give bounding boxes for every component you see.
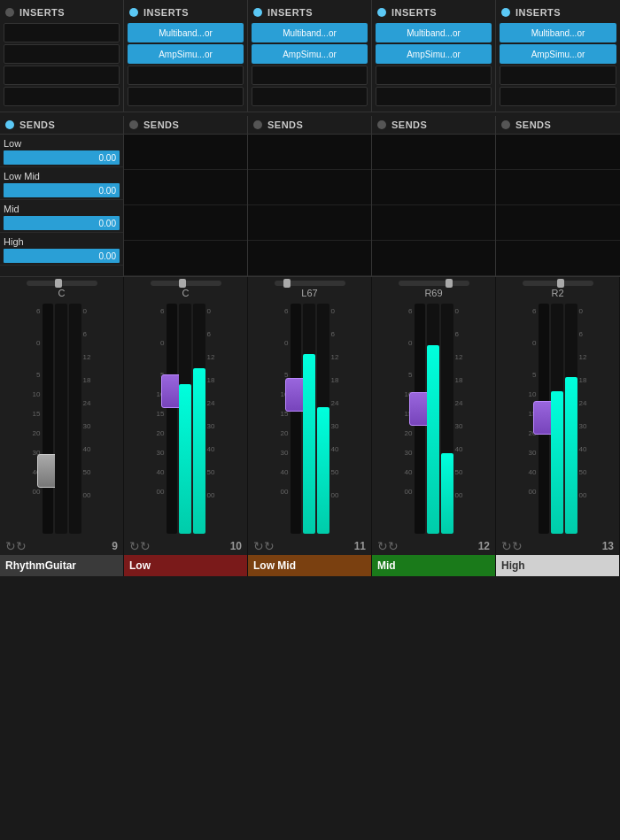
scale-mark-r: 00	[579, 492, 593, 499]
insert-label-2: INSERTS	[267, 7, 313, 18]
sends-header-4: SENDS	[496, 116, 620, 135]
insert-slot-3-3	[376, 87, 492, 106]
scale-left-11: 605101520304000	[275, 304, 289, 534]
channel-names-row: RhythmGuitarLowLow MidMidHigh	[0, 555, 620, 576]
scale-mark-r: 12	[331, 354, 345, 361]
loop-icon-10[interactable]: ↻↻	[129, 539, 151, 553]
send-empty-slot-2-1	[248, 170, 371, 205]
scale-mark: 30	[151, 450, 165, 457]
loop-icon-13[interactable]: ↻↻	[501, 539, 523, 553]
pan-area-10[interactable]: C	[126, 281, 245, 298]
insert-slot-0-0	[4, 23, 120, 42]
sends-dot-2	[253, 120, 262, 129]
scale-mark: 30	[275, 450, 289, 457]
send-empty-slot-4-2	[496, 205, 620, 241]
fader-track-10[interactable]	[167, 304, 177, 534]
pan-area-9[interactable]: C	[2, 281, 121, 298]
insert-dot-2	[253, 8, 262, 17]
pan-track-13[interactable]	[523, 281, 593, 286]
inserts-grid: INSERTSINSERTSMultiband...orAmpSimu...or…	[0, 0, 620, 112]
scale-right-12: 0612182430405000	[455, 304, 469, 534]
scale-mark-r: 6	[331, 331, 345, 338]
vu-bar-10-0	[179, 304, 191, 534]
insert-dot-4	[501, 8, 510, 17]
top-section: INSERTSINSERTSMultiband...orAmpSimu...or…	[0, 0, 620, 277]
pan-area-12[interactable]: R69	[374, 281, 493, 298]
insert-col-4: INSERTSMultiband...orAmpSimu...or	[496, 0, 620, 112]
insert-slot-1-1[interactable]: AmpSimu...or	[128, 44, 244, 64]
fader-track-11[interactable]	[291, 304, 301, 534]
channel-strip-12: R696051015203040000612182430405000↻↻12	[372, 277, 496, 555]
sends-label-1: SENDS	[143, 119, 179, 130]
scale-mark-r: 6	[83, 331, 97, 338]
scale-mark: 00	[27, 489, 41, 496]
insert-col-3: INSERTSMultiband...orAmpSimu...or	[372, 0, 496, 112]
scale-mark-r: 24	[83, 400, 97, 407]
scale-mark-r: 24	[207, 400, 221, 407]
insert-header-0: INSERTS	[4, 4, 120, 21]
send-bus-item-1[interactable]: Low Mid0.00	[0, 167, 123, 200]
insert-slot-3-1[interactable]: AmpSimu...or	[376, 44, 492, 64]
insert-slot-3-0[interactable]: Multiband...or	[376, 23, 492, 42]
pan-label-12: R69	[424, 288, 442, 298]
scale-left-10: 605101520304000	[151, 304, 165, 534]
insert-slot-4-0[interactable]: Multiband...or	[500, 23, 616, 42]
send-bus-value-0[interactable]: 0.00	[4, 150, 120, 165]
send-bus-value-3[interactable]: 0.00	[4, 249, 120, 263]
scale-mark: 15	[275, 411, 289, 418]
scale-mark-r: 12	[207, 354, 221, 361]
pan-area-13[interactable]: R2	[498, 281, 617, 298]
scale-mark-r: 24	[455, 400, 469, 407]
insert-slot-1-0[interactable]: Multiband...or	[128, 23, 244, 42]
fader-track-12[interactable]	[415, 304, 425, 534]
insert-slot-2-0[interactable]: Multiband...or	[252, 23, 368, 42]
channel-strip-13: R26051015203040000612182430405000↻↻13	[496, 277, 620, 555]
scale-mark-r: 00	[455, 492, 469, 499]
vu-pair-10	[179, 304, 205, 534]
scale-mark: 15	[27, 411, 41, 418]
fader-area-9: 6051015203040000612182430405000	[2, 304, 121, 534]
send-bus-value-2[interactable]: 0.00	[4, 216, 120, 230]
fader-track-13[interactable]	[539, 304, 549, 534]
send-empty-slot-3-0	[372, 135, 495, 170]
scale-right-13: 0612182430405000	[579, 304, 593, 534]
loop-icon-9[interactable]: ↻↻	[5, 539, 27, 553]
scale-mark: 00	[151, 489, 165, 496]
scale-mark-r: 40	[207, 446, 221, 453]
loop-icon-12[interactable]: ↻↻	[377, 539, 399, 553]
pan-track-11[interactable]	[275, 281, 345, 286]
vu-bar-13-1	[565, 304, 577, 534]
insert-slot-3-2	[376, 66, 492, 85]
scale-mark: 6	[399, 308, 413, 315]
insert-slot-2-1[interactable]: AmpSimu...or	[252, 44, 368, 64]
fader-track-9[interactable]	[43, 304, 53, 534]
channels-row: C6051015203040000612182430405000↻↻9C6051…	[0, 277, 620, 555]
channel-name-bar-9: RhythmGuitar	[0, 555, 124, 576]
send-empty-slot-3-3	[372, 241, 495, 276]
scale-mark-r: 18	[331, 377, 345, 384]
send-bus-item-3[interactable]: High0.00	[0, 233, 123, 266]
pan-track-9[interactable]	[27, 281, 97, 286]
send-bus-name-2: Mid	[4, 202, 120, 216]
loop-icon-11[interactable]: ↻↻	[253, 539, 275, 553]
pan-area-11[interactable]: L67	[250, 281, 369, 298]
scale-mark: 5	[523, 372, 537, 379]
insert-col-2: INSERTSMultiband...orAmpSimu...or	[248, 0, 372, 112]
scale-mark-r: 18	[455, 377, 469, 384]
send-bus-item-2[interactable]: Mid0.00	[0, 200, 123, 233]
insert-label-4: INSERTS	[515, 7, 561, 18]
pan-track-12[interactable]	[399, 281, 469, 286]
insert-label-0: INSERTS	[19, 7, 65, 18]
pan-label-9: C	[58, 288, 66, 298]
send-bus-value-1[interactable]: 0.00	[4, 183, 120, 197]
insert-slot-4-1[interactable]: AmpSimu...or	[500, 44, 616, 64]
scale-mark-r: 18	[83, 377, 97, 384]
fader-area-12: 6051015203040000612182430405000	[374, 304, 493, 534]
pan-track-10[interactable]	[151, 281, 221, 286]
scale-mark: 5	[27, 372, 41, 379]
send-bus-item-0[interactable]: Low0.00	[0, 135, 123, 167]
channel-bottom-13: ↻↻13	[498, 537, 617, 555]
channel-number-13: 13	[602, 540, 614, 552]
send-empty-slot-1-2	[124, 205, 247, 241]
channel-name-bar-12: Mid	[372, 555, 496, 576]
